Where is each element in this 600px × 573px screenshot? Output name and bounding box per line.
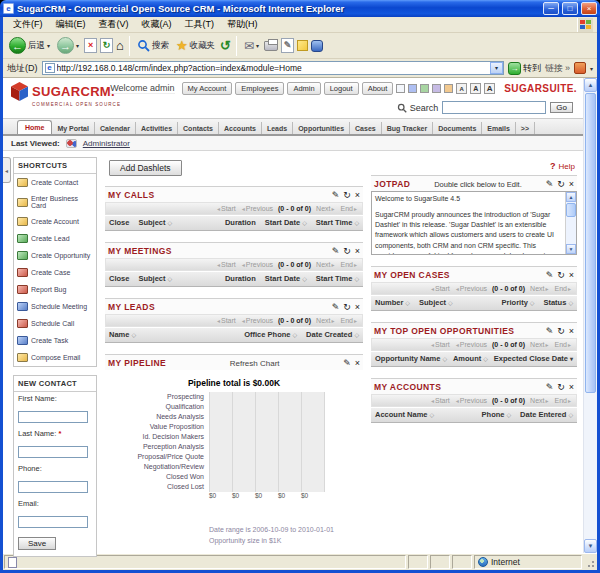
home-button[interactable]: ⌂ (116, 39, 124, 53)
column-date-created[interactable]: Date Created◇ (306, 330, 359, 339)
close-dashlet-icon[interactable]: × (355, 303, 360, 312)
next-link[interactable]: Next▸ (316, 205, 335, 212)
column-duration[interactable]: Duration (225, 218, 256, 227)
next-link[interactable]: Next▸ (530, 285, 549, 292)
forward-dropdown-icon[interactable]: ▾ (76, 42, 79, 49)
edit-dashlet-icon[interactable]: ✎ (332, 303, 340, 312)
scroll-up-icon[interactable]: ▲ (566, 192, 576, 202)
links-toolbar[interactable]: 链接 » (545, 62, 570, 75)
shortcut-create-opportunity[interactable]: Create Opportunity (14, 247, 96, 264)
close-dashlet-icon[interactable]: × (355, 247, 360, 256)
next-link[interactable]: Next▸ (316, 261, 335, 268)
previous-link[interactable]: ◂Previous (455, 341, 487, 348)
shortcut-compose-email[interactable]: Compose Email (14, 349, 96, 366)
end-link[interactable]: End▸ (341, 261, 358, 268)
column-expected-close-date[interactable]: Expected Close Date▾ (494, 354, 573, 363)
tab-cases[interactable]: Cases (350, 122, 382, 134)
column-amount[interactable]: Amount◇ (453, 354, 488, 363)
close-dashlet-icon[interactable]: × (355, 191, 360, 200)
theme-swatch-4[interactable] (432, 84, 441, 93)
next-link[interactable]: Next▸ (530, 341, 549, 348)
column-start-time[interactable]: Start Time◇ (316, 274, 359, 283)
tab-contacts[interactable]: Contacts (178, 122, 219, 134)
column-priority[interactable]: Priority◇ (502, 298, 535, 307)
theme-swatch-5[interactable] (444, 84, 453, 93)
edit-dashlet-icon[interactable]: ✎ (343, 359, 351, 368)
next-link[interactable]: Next▸ (530, 397, 549, 404)
end-link[interactable]: End▸ (555, 397, 572, 404)
close-button[interactable]: × (581, 2, 597, 15)
last-viewed-item[interactable]: Administrator (83, 139, 130, 148)
end-link[interactable]: End▸ (555, 341, 572, 348)
favorites-button[interactable]: ★ 收藏夹 (174, 37, 217, 54)
column-name[interactable]: Name◇ (109, 330, 136, 339)
column-account-name[interactable]: Account Name◇ (375, 410, 434, 419)
back-button[interactable]: ← 后退 ▾ (7, 36, 52, 55)
shortcut-report-bug[interactable]: Report Bug (14, 281, 96, 298)
discuss-button[interactable] (297, 40, 308, 51)
start-link[interactable]: ◂Start (216, 317, 236, 324)
shortcut-enter-business-card[interactable]: Enter Business Card (14, 191, 96, 213)
refresh-dashlet-icon[interactable]: ↻ (557, 383, 565, 392)
browser-scrollbar[interactable]: ▲ ▼ (583, 78, 597, 553)
font-size-large-button[interactable]: A (484, 83, 495, 94)
close-dashlet-icon[interactable]: × (569, 383, 574, 392)
tab-home[interactable]: Home (17, 120, 52, 134)
column-subject[interactable]: Subject◇ (138, 218, 172, 227)
print-button[interactable] (264, 41, 278, 51)
column-close[interactable]: Close (109, 218, 129, 227)
column-close[interactable]: Close (109, 274, 129, 283)
column-start-date[interactable]: Start Date◇ (265, 274, 307, 283)
column-date-entered[interactable]: Date Entered◇ (520, 410, 573, 419)
mail-dropdown-icon[interactable]: ▾ (256, 42, 259, 49)
shortcut-create-contact[interactable]: Create Contact (14, 174, 96, 191)
scroll-down-icon[interactable]: ▼ (584, 539, 597, 553)
column-office-phone[interactable]: Office Phone◇ (244, 330, 297, 339)
previous-link[interactable]: ◂Previous (241, 205, 273, 212)
jotpad-scrollbar[interactable]: ▲ ▼ (565, 192, 576, 254)
scroll-down-icon[interactable]: ▼ (566, 244, 576, 254)
edit-dashlet-icon[interactable]: ✎ (332, 191, 340, 200)
search-button[interactable]: 搜索 (135, 38, 171, 53)
column-number[interactable]: Number◇ (375, 298, 410, 307)
theme-swatch-3[interactable] (420, 84, 429, 93)
close-dashlet-icon[interactable]: × (569, 180, 574, 189)
font-size-small-button[interactable]: A (456, 83, 467, 94)
previous-link[interactable]: ◂Previous (241, 317, 273, 324)
addon-dropdown-icon[interactable]: ▾ (590, 65, 593, 72)
shortcut-create-case[interactable]: Create Case (14, 264, 96, 281)
tab-my-portal[interactable]: My Portal (52, 122, 95, 134)
edit-dashlet-icon[interactable]: ✎ (546, 271, 554, 280)
shortcut-create-task[interactable]: Create Task (14, 332, 96, 349)
help-link[interactable]: Help (559, 162, 575, 171)
refresh-dashlet-icon[interactable]: ↻ (343, 303, 351, 312)
tab-documents[interactable]: Documents (433, 122, 482, 134)
refresh-dashlet-icon[interactable]: ↻ (343, 247, 351, 256)
end-link[interactable]: End▸ (555, 285, 572, 292)
start-link[interactable]: ◂Start (430, 397, 450, 404)
history-button[interactable]: ↺ (220, 38, 231, 53)
minimize-button[interactable]: ─ (543, 2, 559, 15)
nav-admin[interactable]: Admin (287, 82, 320, 95)
back-dropdown-icon[interactable]: ▾ (47, 42, 50, 49)
maximize-button[interactable]: □ (562, 2, 578, 15)
column-opportunity-name[interactable]: Opportunity Name◇ (375, 354, 447, 363)
column-start-time[interactable]: Start Time◇ (316, 218, 359, 227)
close-dashlet-icon[interactable]: × (355, 359, 360, 368)
shortcut-schedule-meeting[interactable]: Schedule Meeting (14, 298, 96, 315)
scroll-thumb[interactable] (566, 203, 576, 217)
font-size-medium-button[interactable]: A (470, 83, 481, 94)
tab-calendar[interactable]: Calendar (95, 122, 136, 134)
tab-bug-tracker[interactable]: Bug Tracker (382, 122, 433, 134)
last-name-field[interactable] (18, 446, 88, 458)
menu-edit[interactable]: 编辑(E) (50, 17, 92, 32)
menu-tools[interactable]: 工具(T) (179, 17, 221, 32)
edit-page-button[interactable]: ✎ (281, 38, 294, 53)
close-dashlet-icon[interactable]: × (569, 327, 574, 336)
phone-field[interactable] (18, 481, 88, 493)
edit-dashlet-icon[interactable]: ✎ (546, 180, 554, 189)
edit-dashlet-icon[interactable]: ✎ (546, 383, 554, 392)
tab-activities[interactable]: Activities (136, 122, 178, 134)
column-duration[interactable]: Duration (225, 274, 256, 283)
email-field[interactable] (18, 516, 88, 528)
